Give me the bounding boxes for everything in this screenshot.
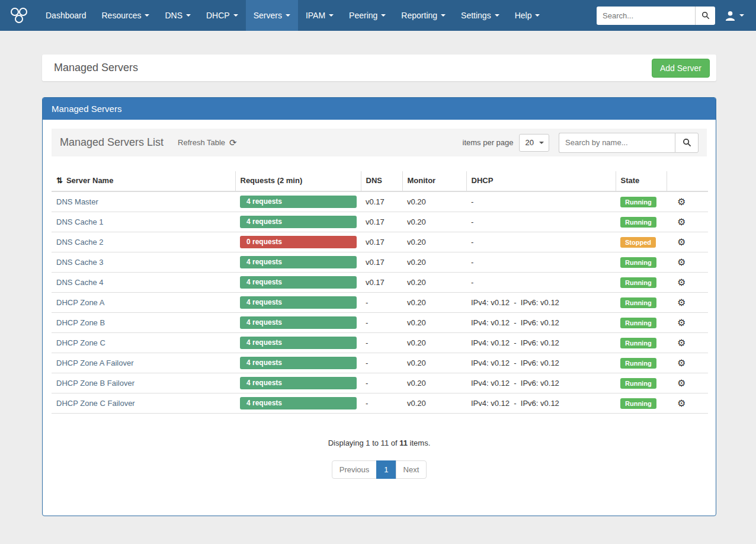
chevron-down-icon	[233, 14, 238, 17]
requests-bar-label: 4 requests	[246, 217, 282, 226]
pagination-page-1[interactable]: 1	[376, 460, 396, 479]
requests-bar: 4 requests	[240, 276, 357, 289]
nav-item-label: Servers	[254, 11, 282, 20]
nav-item-peering[interactable]: Peering	[341, 0, 393, 31]
nav-item-reporting[interactable]: Reporting	[393, 0, 453, 31]
requests-bar: 4 requests	[240, 196, 357, 208]
items-per-page-select[interactable]: 20	[519, 134, 549, 152]
nav-item-servers[interactable]: Servers	[246, 0, 298, 31]
server-name-link[interactable]: DNS Cache 1	[56, 217, 103, 226]
gear-icon[interactable]: ⚙	[671, 318, 685, 328]
nav-item-label: DHCP	[206, 11, 230, 20]
nav-item-label: Reporting	[401, 11, 437, 20]
column-header-server-name[interactable]: ⇅Server Name	[52, 171, 235, 191]
dhcp-version-cell: IPv4: v0.12 - IPv6: v0.12	[466, 293, 616, 313]
dhcp-version-cell: -	[466, 232, 616, 252]
top-navbar: DashboardResourcesDNSDHCPServersIPAMPeer…	[0, 0, 756, 31]
search-icon	[683, 138, 691, 147]
global-search-button[interactable]	[695, 7, 715, 25]
table-row: DNS Master 4 requests v0.17 v0.20 - Runn…	[52, 191, 708, 212]
monitor-version-cell: v0.20	[402, 293, 466, 313]
table-search-input[interactable]	[559, 133, 675, 153]
state-badge: Running	[620, 398, 656, 409]
server-name-link[interactable]: DHCP Zone B Failover	[56, 379, 134, 388]
gear-icon[interactable]: ⚙	[671, 278, 685, 287]
pagination-next[interactable]: Next	[396, 460, 427, 479]
requests-bar: 4 requests	[240, 316, 357, 329]
user-icon	[725, 10, 736, 21]
summary-total: 11	[399, 439, 408, 447]
server-name-link[interactable]: DHCP Zone C	[56, 338, 105, 347]
gear-icon[interactable]: ⚙	[671, 298, 685, 308]
chevron-down-icon	[739, 14, 744, 17]
state-badge: Running	[620, 197, 656, 207]
dns-version-cell: -	[361, 373, 402, 393]
dns-version-cell: -	[361, 333, 402, 353]
toolbar-right: items per page 20	[463, 133, 699, 153]
add-server-button[interactable]: Add Server	[652, 59, 710, 78]
server-name-link[interactable]: DNS Cache 4	[56, 278, 103, 287]
server-name-link[interactable]: DNS Master	[56, 197, 98, 206]
server-name-link[interactable]: DHCP Zone C Failover	[56, 399, 135, 408]
nav-item-help[interactable]: Help	[507, 0, 548, 31]
nav-item-dns[interactable]: DNS	[157, 0, 198, 31]
monitor-version-cell: v0.20	[402, 393, 466, 414]
gear-icon[interactable]: ⚙	[671, 338, 685, 348]
requests-bar-label: 4 requests	[246, 379, 282, 387]
sort-icon: ⇅	[56, 176, 63, 185]
refresh-icon: ⟳	[229, 137, 237, 148]
table-search-button[interactable]	[675, 133, 699, 153]
nav-item-label: Settings	[461, 11, 491, 20]
refresh-table-button[interactable]: Refresh Table ⟳	[178, 137, 237, 148]
dns-version-cell: v0.17	[361, 191, 402, 212]
table-summary: Displaying 1 to 11 of 11 items.	[52, 439, 707, 447]
server-name-link[interactable]: DHCP Zone A Failover	[56, 359, 134, 367]
table-row: DNS Cache 3 4 requests v0.17 v0.20 - Run…	[52, 252, 708, 273]
column-header-label: Server Name	[66, 176, 114, 185]
nav-item-dashboard[interactable]: Dashboard	[38, 0, 94, 31]
requests-bar-label: 4 requests	[246, 359, 282, 367]
gear-icon[interactable]: ⚙	[671, 379, 685, 388]
server-name-link[interactable]: DNS Cache 2	[56, 238, 103, 247]
column-header-requests: Requests (2 min)	[235, 171, 361, 191]
dns-version-cell: v0.17	[361, 252, 402, 273]
server-name-link[interactable]: DNS Cache 3	[56, 258, 103, 267]
dns-version-cell: v0.17	[361, 212, 402, 232]
page-header: Managed Servers Add Server	[42, 55, 716, 81]
items-per-page-value: 20	[526, 138, 534, 147]
state-badge: Running	[620, 257, 656, 268]
gear-icon[interactable]: ⚙	[671, 238, 685, 247]
requests-bar-label: 4 requests	[246, 197, 282, 206]
gear-icon[interactable]: ⚙	[671, 258, 685, 267]
requests-bar-label: 4 requests	[246, 298, 282, 306]
column-header-actions	[667, 171, 708, 191]
state-badge: Stopped	[620, 237, 656, 248]
nav-item-dhcp[interactable]: DHCP	[198, 0, 246, 31]
chevron-down-icon	[186, 14, 191, 17]
gear-icon[interactable]: ⚙	[671, 359, 685, 368]
gear-icon[interactable]: ⚙	[671, 217, 685, 227]
dhcp-version-cell: IPv4: v0.12 - IPv6: v0.12	[466, 393, 616, 414]
table-row: DHCP Zone A 4 requests - v0.20 IPv4: v0.…	[52, 293, 708, 313]
chevron-down-icon	[441, 14, 446, 17]
pagination-previous[interactable]: Previous	[332, 460, 377, 479]
dns-version-cell: -	[361, 293, 402, 313]
nav-item-resources[interactable]: Resources	[94, 0, 158, 31]
server-name-link[interactable]: DHCP Zone B	[56, 318, 105, 327]
state-badge: Running	[620, 277, 656, 288]
table-search	[559, 133, 699, 153]
user-menu[interactable]	[725, 10, 744, 21]
global-search-input[interactable]	[597, 7, 695, 25]
dhcp-version-cell: IPv4: v0.12 - IPv6: v0.12	[466, 353, 616, 373]
nav-item-label: IPAM	[306, 11, 325, 20]
dns-version-cell: -	[361, 313, 402, 333]
gear-icon[interactable]: ⚙	[671, 399, 685, 408]
requests-bar: 4 requests	[240, 357, 357, 369]
app-logo[interactable]	[8, 0, 30, 31]
gear-icon[interactable]: ⚙	[671, 197, 685, 207]
server-name-link[interactable]: DHCP Zone A	[56, 298, 104, 307]
monitor-version-cell: v0.20	[402, 273, 466, 293]
refresh-table-label: Refresh Table	[178, 138, 225, 147]
nav-item-ipam[interactable]: IPAM	[298, 0, 341, 31]
nav-item-settings[interactable]: Settings	[453, 0, 507, 31]
